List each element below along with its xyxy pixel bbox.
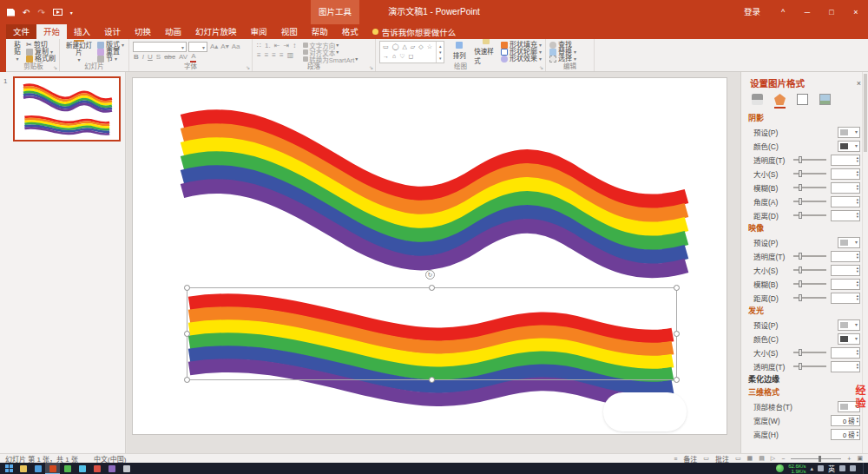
tab-文件[interactable]: 文件 — [6, 24, 36, 39]
slider-thumb[interactable] — [799, 156, 802, 163]
slider-thumb[interactable] — [799, 170, 802, 177]
tab-审阅[interactable]: 审阅 — [244, 24, 274, 39]
preset-dropdown[interactable]: ▾ — [838, 127, 860, 138]
fit-to-window-icon[interactable]: ▣ — [857, 455, 863, 462]
color-picker[interactable]: ▾ — [838, 141, 860, 152]
slider-thumb[interactable] — [799, 267, 802, 273]
shape-glyph-6[interactable]: → — [383, 52, 389, 61]
tray-icon[interactable] — [818, 465, 824, 471]
start-slideshow-icon[interactable] — [53, 9, 62, 16]
tab-幻灯片放映[interactable]: 幻灯片放映 — [188, 24, 244, 39]
quick-styles-button[interactable]: 快速样式 — [474, 41, 498, 61]
slider-thumb[interactable] — [799, 184, 802, 191]
spin-box[interactable]: ▴▾ — [831, 347, 860, 359]
rotate-handle[interactable]: ↻ — [425, 270, 435, 280]
change-case-button[interactable]: Aa — [231, 43, 241, 51]
pane-section-发光[interactable]: 发光 — [741, 305, 868, 318]
clipboard-dialog-launcher-icon[interactable]: ⇘ — [53, 64, 57, 70]
slider-thumb[interactable] — [799, 349, 802, 356]
slider[interactable] — [793, 269, 826, 271]
taskbar-app-powerpoint[interactable] — [45, 463, 60, 474]
align-center-button[interactable]: ≡ — [264, 51, 270, 60]
maximize-icon[interactable]: □ — [819, 0, 844, 24]
spin-arrows-icon[interactable]: ▴▾ — [856, 212, 859, 219]
align-right-button[interactable]: ≡ — [271, 51, 277, 60]
shape-glyph-7[interactable]: ⌂ — [392, 52, 396, 61]
spin-arrows-icon[interactable]: ▴▾ — [856, 280, 859, 287]
tab-视图[interactable]: 视图 — [274, 24, 305, 39]
spin-box[interactable]: 0 磅▴▾ — [831, 429, 860, 440]
increase-indent-button[interactable]: ⇥ — [282, 42, 290, 50]
slider[interactable] — [793, 214, 826, 216]
tab-插入[interactable]: 插入 — [67, 24, 97, 39]
slider-thumb[interactable] — [799, 363, 802, 370]
tab-帮助[interactable]: 帮助 — [305, 24, 335, 39]
minimize-icon[interactable]: ─ — [795, 0, 819, 24]
pane-tab-size-properties[interactable] — [797, 94, 808, 109]
shape-glyph-5[interactable]: ☆ — [427, 43, 432, 51]
sign-in-button[interactable]: 登录 — [733, 0, 771, 24]
undo-icon[interactable]: ↶ — [23, 8, 30, 17]
slider[interactable] — [793, 187, 826, 188]
decrease-font-size-button[interactable]: A▾ — [220, 43, 229, 51]
shape-glyph-8[interactable]: ♡ — [399, 52, 404, 61]
font-size-combo[interactable]: ▾ — [188, 42, 207, 52]
slider[interactable] — [793, 173, 826, 174]
tray-icon[interactable] — [839, 465, 845, 471]
slide-thumbnail[interactable] — [13, 76, 121, 142]
spin-arrows-icon[interactable]: ▴▾ — [856, 170, 859, 177]
tab-设计[interactable]: 设计 — [97, 24, 128, 39]
selection-handle[interactable] — [674, 377, 680, 383]
slider-thumb[interactable] — [799, 294, 802, 301]
security-ball-icon[interactable] — [776, 464, 784, 472]
increase-font-size-button[interactable]: A▴ — [209, 43, 219, 51]
pane-section-阴影[interactable]: 阴影 — [741, 112, 868, 125]
tab-动画[interactable]: 动画 — [158, 24, 188, 39]
spin-arrows-icon[interactable]: ▴▾ — [856, 156, 859, 163]
slider[interactable] — [793, 255, 826, 257]
tab-格式[interactable]: 格式 — [335, 24, 365, 39]
slider[interactable] — [793, 201, 826, 202]
line-spacing-button[interactable]: ↕ — [292, 42, 297, 50]
align-left-button[interactable]: ≡ — [256, 51, 262, 60]
spin-box[interactable]: ▴▾ — [831, 265, 860, 276]
spin-arrows-icon[interactable]: ▴▾ — [856, 417, 859, 424]
spin-arrows-icon[interactable]: ▴▾ — [856, 253, 859, 260]
spin-box[interactable]: ▴▾ — [831, 361, 860, 372]
slider[interactable] — [793, 365, 826, 367]
spin-arrows-icon[interactable]: ▴▾ — [856, 294, 859, 301]
shape-glyph-3[interactable]: ▱ — [411, 43, 415, 51]
taskbar-app-app-gray[interactable] — [119, 463, 134, 474]
view-slideshow-icon[interactable]: ▷ — [771, 455, 775, 462]
save-icon[interactable] — [7, 9, 15, 16]
show-desktop-button[interactable] — [863, 463, 866, 474]
arrange-button[interactable]: 排列 — [447, 41, 471, 61]
slider-thumb[interactable] — [799, 253, 802, 260]
spin-arrows-icon[interactable]: ▴▾ — [856, 198, 859, 205]
spin-box[interactable]: ▴▾ — [831, 196, 860, 207]
tab-切换[interactable]: 切换 — [128, 24, 158, 39]
color-picker[interactable]: ▾ — [838, 333, 860, 345]
drawing-dialog-launcher-icon[interactable]: ⇘ — [539, 64, 543, 70]
pane-tab-picture[interactable] — [819, 94, 831, 109]
slider[interactable] — [793, 352, 826, 353]
slider-thumb[interactable] — [799, 212, 802, 219]
tab-开始[interactable]: 开始 — [36, 24, 67, 39]
taskbar-app-app-green[interactable] — [60, 463, 75, 474]
selection-handle[interactable] — [184, 285, 190, 291]
spin-arrows-icon[interactable]: ▴▾ — [856, 349, 859, 356]
slider[interactable] — [793, 159, 826, 161]
taskbar-app-browser[interactable] — [30, 463, 45, 474]
selection-box[interactable] — [187, 287, 677, 380]
comments-button[interactable]: 批注 — [715, 454, 729, 464]
view-normal-icon[interactable]: ▭ — [735, 455, 741, 462]
decrease-indent-button[interactable]: ⇤ — [273, 42, 281, 50]
ribbon-display-options-icon[interactable]: ^ — [771, 0, 795, 24]
paste-button[interactable]: 粘贴▾ — [11, 41, 23, 61]
tell-me-box[interactable]: 告诉我你想要做什么 — [365, 24, 464, 39]
taskbar-app-app-cyan[interactable] — [75, 463, 89, 474]
columns-button[interactable]: ▥ — [286, 51, 295, 60]
start-button[interactable] — [2, 463, 16, 474]
spin-box[interactable]: 0 磅▴▾ — [831, 415, 860, 426]
slider[interactable] — [793, 297, 826, 299]
